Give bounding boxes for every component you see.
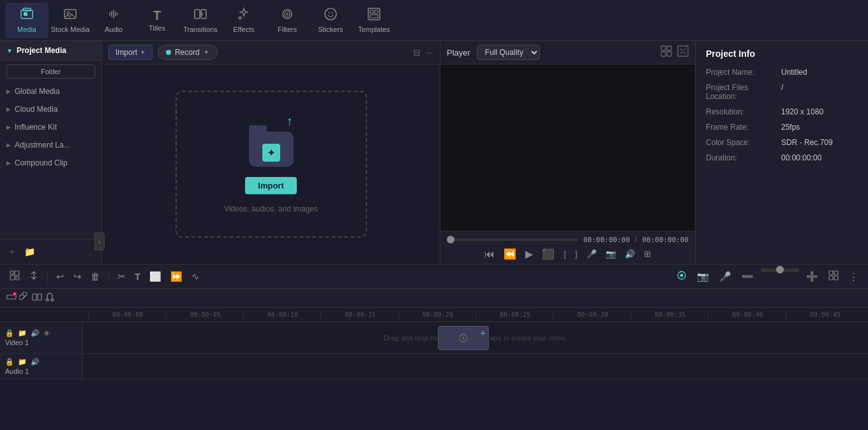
import-button[interactable]: Import ▼ xyxy=(108,45,153,60)
undo-btn[interactable]: ↩ xyxy=(53,269,68,284)
video-track-content[interactable]: + Drag and drop media and effects here t… xyxy=(83,322,868,353)
stabilize-btn[interactable]: ∿ xyxy=(188,269,203,284)
play-icon[interactable]: ▶ xyxy=(525,248,533,260)
svg-rect-34 xyxy=(33,294,36,300)
audio-track-content[interactable] xyxy=(83,354,868,379)
info-key-resolution: Resolution: xyxy=(706,107,776,116)
right-panel: Project Info Project Name: Untitled Proj… xyxy=(696,41,868,264)
progress-bar[interactable] xyxy=(447,238,578,241)
toolbar-item-titles[interactable]: T Titles xyxy=(135,3,179,38)
skip-back-icon[interactable]: ⏮ xyxy=(484,249,495,260)
filter-icon[interactable]: ⊟ xyxy=(413,47,421,58)
video-lock-icon: 🔒 xyxy=(5,329,14,337)
transitions-icon xyxy=(193,7,207,23)
drop-hint-text: Videos, audios, and images xyxy=(224,204,318,213)
toolbar-item-stock-media[interactable]: Stock Media xyxy=(49,3,92,38)
player-viewport xyxy=(440,65,695,231)
fullscreen-icon[interactable] xyxy=(677,45,689,59)
delete-btn[interactable]: 🗑 xyxy=(87,269,103,284)
record-button[interactable]: Record ▼ xyxy=(158,45,218,60)
folder-button[interactable]: Folder xyxy=(6,65,95,79)
zoom-out-btn[interactable]: ➖ xyxy=(738,268,757,284)
svg-point-10 xyxy=(329,12,330,13)
crop-btn[interactable]: ⬜ xyxy=(146,269,165,284)
sidebar-arrow-cloud: ▶ xyxy=(6,106,11,112)
editor-right: 📷 🎤 ➖ ➕ ⋮ xyxy=(673,268,862,284)
sidebar-arrow-influence: ▶ xyxy=(6,124,11,130)
mic-btn[interactable]: 🎤 xyxy=(716,268,735,284)
cut-btn[interactable]: ✂ xyxy=(114,269,129,284)
sidebar-add-btn[interactable]: ＋ xyxy=(6,245,18,259)
toolbar-item-transitions[interactable]: Transitions xyxy=(179,3,222,38)
volume-icon[interactable]: 🔊 xyxy=(625,249,635,259)
sidebar-item-influence-kit[interactable]: ▶ Influence Kit xyxy=(0,118,101,136)
svg-rect-15 xyxy=(370,15,378,18)
grid-layout-btn[interactable] xyxy=(825,268,842,284)
voiceover-icon[interactable]: 🎤 xyxy=(587,249,597,259)
add-track-btn[interactable] xyxy=(6,292,17,304)
ruler-mark-2: 00:00:10 xyxy=(243,311,320,318)
grid-view-icon[interactable] xyxy=(661,45,672,59)
magnetic-btn[interactable] xyxy=(45,292,55,304)
info-val-location: / xyxy=(781,83,783,101)
media-panel: Import ▼ Record ▼ ⊟ ··· ↓ ✦ Import xyxy=(102,41,440,264)
media-icon xyxy=(20,7,34,23)
camera-overlay-btn[interactable]: 📷 xyxy=(694,268,712,284)
snap-btn[interactable] xyxy=(26,268,42,284)
mark-out-icon[interactable]: ] xyxy=(575,249,578,259)
redo-btn[interactable]: ↪ xyxy=(70,269,85,284)
sidebar-folder-add-btn[interactable]: 📁 xyxy=(23,245,36,259)
svg-rect-29 xyxy=(829,276,833,280)
sidebar-label-adjustment: Adjustment La... xyxy=(15,141,70,150)
info-val-resolution: 1920 x 1080 xyxy=(781,107,823,116)
project-media-header[interactable]: ▼ Project Media xyxy=(0,41,101,61)
split-audio-btn[interactable] xyxy=(32,292,42,304)
toolbar-label-stock: Stock Media xyxy=(51,26,90,33)
pip-icon[interactable]: ⊞ xyxy=(644,249,651,259)
more-options-btn[interactable]: ⋮ xyxy=(846,268,862,284)
toolbar-item-filters[interactable]: Filters xyxy=(266,3,309,38)
snapshot-icon[interactable]: 📷 xyxy=(606,249,616,259)
progress-handle[interactable] xyxy=(447,236,454,243)
sidebar-item-compound-clip[interactable]: ▶ Compound Clip xyxy=(0,154,101,172)
sidebar-label-influence: Influence Kit xyxy=(15,123,57,132)
mark-in-icon[interactable]: [ xyxy=(564,249,566,259)
zoom-in-btn[interactable]: ➕ xyxy=(803,268,821,284)
svg-rect-23 xyxy=(10,275,15,280)
toolbar-item-audio[interactable]: Audio xyxy=(92,3,135,38)
ruler-mark-4: 00:00:20 xyxy=(398,311,475,318)
main-area: ▼ Project Media Folder ▶ Global Media ▶ … xyxy=(0,41,868,264)
step-back-icon[interactable]: ⏪ xyxy=(504,248,516,260)
text-btn[interactable]: T xyxy=(131,269,144,284)
info-val-colorspace: SDR - Rec.709 xyxy=(781,138,833,147)
stop-icon[interactable]: ⬛ xyxy=(542,248,555,260)
scene-btn[interactable] xyxy=(6,268,23,284)
project-info-title: Project Info xyxy=(706,49,858,59)
more-icon[interactable]: ··· xyxy=(426,47,433,58)
quality-select[interactable]: Full Quality 1/2 Quality 1/4 Quality xyxy=(477,45,540,60)
sidebar-item-adjustment-layer[interactable]: ▶ Adjustment La... xyxy=(0,136,101,154)
playback-btn[interactable] xyxy=(673,268,690,284)
audio-folder-icon: 📁 xyxy=(18,358,27,366)
ruler-mark-6: 00:00:30 xyxy=(553,311,630,318)
toolbar-item-effects[interactable]: Effects xyxy=(222,3,266,38)
import-green-button[interactable]: Import xyxy=(245,177,296,194)
player-panel: Player Full Quality 1/2 Quality 1/4 Qual… xyxy=(440,41,696,264)
svg-point-11 xyxy=(332,12,333,13)
link-clip-btn[interactable] xyxy=(19,292,29,304)
sidebar-item-cloud-media[interactable]: ▶ Cloud Media xyxy=(0,100,101,118)
left-sidebar: ▼ Project Media Folder ▶ Global Media ▶ … xyxy=(0,41,102,264)
svg-rect-13 xyxy=(370,10,373,13)
sidebar-collapse-btn[interactable]: ‹ xyxy=(94,233,105,250)
speed-btn[interactable]: ⏩ xyxy=(167,269,186,284)
sidebar-label-compound: Compound Clip xyxy=(15,158,68,167)
info-key-colorspace: Color Space: xyxy=(706,138,776,147)
media-drop-zone: ↓ ✦ Import Videos, audios, and images xyxy=(102,65,440,264)
sidebar-header-title: Project Media xyxy=(17,46,66,55)
toolbar-item-stickers[interactable]: Stickers xyxy=(309,3,352,38)
toolbar-item-media[interactable]: Media xyxy=(5,3,49,38)
toolbar-item-templates[interactable]: Templates xyxy=(352,3,396,38)
sidebar-item-global-media[interactable]: ▶ Global Media xyxy=(0,82,101,100)
svg-rect-21 xyxy=(10,271,13,274)
video-track-label: 🔒 📁 🔊 👁 Video 1 xyxy=(0,322,83,353)
